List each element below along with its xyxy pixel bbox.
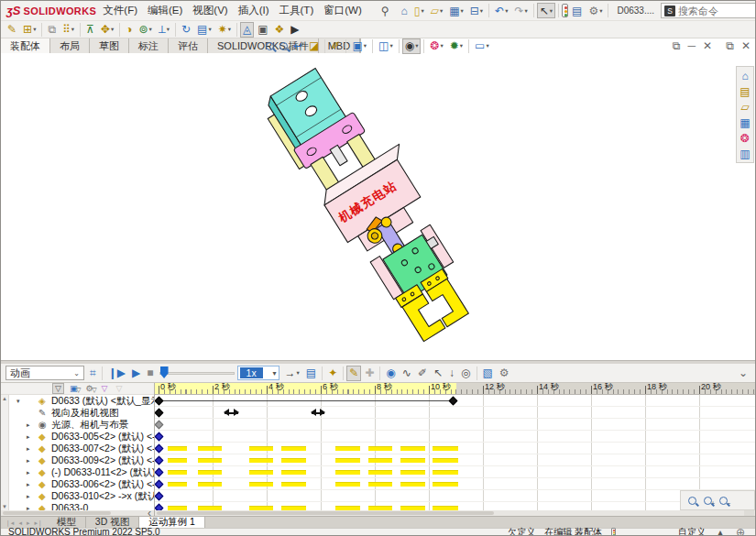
expander-icon[interactable]: ▸ xyxy=(27,443,30,454)
keyframe-diamond[interactable] xyxy=(155,480,163,489)
new-document-icon[interactable]: ▯▾ xyxy=(411,3,427,18)
tree-item-d0633-010[interactable]: ▸◆D0633-010<2> ->x (默认 xyxy=(9,490,154,502)
tab-scroll-last-icon[interactable]: ▸❘ xyxy=(32,518,44,528)
tab-assembly[interactable]: 装配体 xyxy=(1,38,50,53)
timeline-position-slider[interactable] xyxy=(159,366,235,379)
edit-component-icon[interactable]: ✎ xyxy=(5,22,19,38)
zoom-area-icon[interactable]: ▭ xyxy=(277,39,290,52)
document-close-icon[interactable]: ✕ xyxy=(700,38,715,54)
study-duration-bar[interactable] xyxy=(159,400,454,401)
keyframe-diamond[interactable] xyxy=(449,397,458,406)
filter-selected-icon[interactable]: ▽ xyxy=(99,383,111,394)
filter-results-icon[interactable]: ▽ xyxy=(113,383,125,394)
rebuild-icon[interactable] xyxy=(562,4,568,17)
playback-speed-select[interactable]: 1x▾ xyxy=(237,366,279,380)
timeline-ruler[interactable]: 0 秒2 秒4 秒6 秒8 秒10 秒12 秒14 秒16 秒18 秒20 秒 xyxy=(155,383,755,395)
tab-markup[interactable]: 标注 xyxy=(129,38,169,53)
custom-tab-caret-icon[interactable]: ▴ xyxy=(715,524,726,536)
menu-tools[interactable]: 工具(T) xyxy=(279,4,314,17)
toolbar-flyout-icon[interactable]: ▶ xyxy=(288,22,301,38)
add-key-icon[interactable]: ✚ xyxy=(362,366,377,381)
tree-item-d0633-005[interactable]: ▸◆D0633-005<2> (默认) <- xyxy=(9,431,154,443)
insert-components-icon[interactable]: ⊞▾ xyxy=(20,22,38,38)
expander-icon[interactable]: ▾ xyxy=(16,395,20,407)
motor-icon[interactable]: ◉ xyxy=(383,366,398,381)
hide-show-items-icon[interactable]: ◉▾ xyxy=(402,38,422,54)
measure-icon[interactable]: ✐ xyxy=(328,38,343,54)
tree-item-orientation-camera-views[interactable]: ✎视向及相机视图 xyxy=(9,407,154,419)
autokey-icon[interactable]: ✎ xyxy=(346,366,361,381)
view-palette-icon[interactable]: ▦ xyxy=(738,115,753,129)
edit-appearance-icon[interactable]: ❂▾ xyxy=(427,38,445,54)
menu-window[interactable]: 窗口(W) xyxy=(323,4,362,17)
appearances-scenes-icon[interactable]: ❂ xyxy=(738,131,753,145)
view-settings-icon[interactable]: ▭▾ xyxy=(472,38,492,54)
results-icon[interactable]: ▧ xyxy=(480,366,496,381)
menu-file[interactable]: 文件(F) xyxy=(103,4,137,17)
exploded-view-icon[interactable]: ✷▾ xyxy=(215,22,234,38)
play-icon[interactable]: ▶ xyxy=(129,366,143,381)
bill-of-materials-icon[interactable]: ▤▾ xyxy=(194,22,214,38)
stop-icon[interactable]: ■ xyxy=(144,366,156,381)
open-icon[interactable]: ▱▾ xyxy=(428,3,446,18)
scroll-up-icon[interactable]: ▲ xyxy=(2,396,7,401)
new-motion-study-icon[interactable]: ↻ xyxy=(179,22,193,38)
assembly-features-icon[interactable]: ⊚▾ xyxy=(136,22,154,38)
tab-scroll-next-icon[interactable]: ▸ xyxy=(25,518,32,528)
section-view-icon[interactable]: ◪ xyxy=(306,38,322,54)
menu-edit[interactable]: 编辑(E) xyxy=(148,4,182,17)
expander-icon[interactable]: ▸ xyxy=(27,478,30,490)
smart-fasteners-icon[interactable]: ⊼ xyxy=(83,22,97,38)
expander-icon[interactable]: ▸ xyxy=(27,419,30,431)
solidworks-resources-icon[interactable]: ⌂ xyxy=(738,69,753,82)
timeline-zoom-in-icon[interactable]: + xyxy=(701,494,714,507)
keyframe-diamond[interactable] xyxy=(155,456,163,465)
select-icon[interactable]: ↖▾ xyxy=(537,3,555,18)
zoom-fit-icon[interactable] xyxy=(263,39,276,52)
tree-scroll-left-icon[interactable]: ‹ xyxy=(145,506,154,517)
search-input[interactable] xyxy=(678,5,755,16)
study-type-select[interactable]: 动画⌄ xyxy=(5,366,84,380)
timeline-pane[interactable]: 0 秒2 秒4 秒6 秒8 秒10 秒12 秒14 秒16 秒18 秒20 秒 … xyxy=(155,383,755,516)
expander-icon[interactable]: ▸ xyxy=(27,466,30,478)
view-key-interpolation-bar[interactable] xyxy=(222,409,241,417)
instant3d-icon[interactable]: ◬ xyxy=(240,22,254,38)
home-icon[interactable]: ⌂ xyxy=(399,3,411,18)
force-icon[interactable]: ↖ xyxy=(431,366,445,381)
tree-item-d0633-root[interactable]: ▾◈D0633 (默认) <默认_显示状态 xyxy=(9,395,154,407)
pane-close-icon[interactable]: ✕ xyxy=(739,38,753,54)
keyframe-diamond[interactable] xyxy=(155,468,163,477)
tree-item-d0633-partial[interactable]: ▸◆D0633-0 xyxy=(9,502,154,510)
spring-icon[interactable]: ∿ xyxy=(400,366,414,381)
custom-properties-icon[interactable]: ▥ xyxy=(738,147,753,160)
file-explorer-icon[interactable]: ▱ xyxy=(738,100,753,114)
custom-tab-label[interactable]: 自定义 xyxy=(678,526,706,536)
keyframe-diamond[interactable] xyxy=(155,432,163,442)
expander-icon[interactable]: ▸ xyxy=(27,454,30,466)
menu-insert[interactable]: 插入(I) xyxy=(238,4,269,17)
redo-icon[interactable]: ↷▾ xyxy=(511,3,530,18)
save-animation-icon[interactable]: ▤ xyxy=(303,366,319,381)
slider-thumb[interactable] xyxy=(160,366,169,378)
keyframe-diamond[interactable] xyxy=(155,397,163,406)
save-icon[interactable]: ▦▾ xyxy=(446,3,466,18)
take-snapshot-icon[interactable]: ▣ xyxy=(255,22,270,38)
document-restore-icon[interactable]: ⧉ xyxy=(670,38,684,54)
show-hidden-components-icon[interactable]: ◑ xyxy=(123,22,135,38)
command-search[interactable]: S ▾ xyxy=(661,3,756,18)
reference-geometry-icon[interactable]: ⟂▾ xyxy=(156,22,172,38)
view-key-interpolation-bar[interactable] xyxy=(309,409,328,417)
gravity-icon[interactable]: ↓ xyxy=(446,366,457,381)
study-properties-icon[interactable]: ⚙ xyxy=(497,366,512,381)
view-orientation-icon[interactable]: ▣▾ xyxy=(349,38,369,54)
calculate-icon[interactable]: ⌗ xyxy=(87,366,99,381)
tree-item-d0633-006[interactable]: ▸◆D0633-006<2> (默认) <- xyxy=(9,478,154,490)
expander-icon[interactable]: ▸ xyxy=(27,431,30,443)
scroll-down-icon[interactable]: ▼ xyxy=(2,504,7,509)
display-style-icon[interactable]: ◫▾ xyxy=(376,38,396,54)
linear-component-pattern-icon[interactable]: ⠿▾ xyxy=(60,22,77,38)
playback-mode-icon[interactable]: →▾ xyxy=(282,366,302,381)
keyframe-diamond[interactable] xyxy=(155,409,163,418)
expander-icon[interactable]: ▸ xyxy=(27,490,30,502)
tree-item-d0633-007[interactable]: ▸◆D0633-007<2> (默认) <- xyxy=(9,443,154,454)
